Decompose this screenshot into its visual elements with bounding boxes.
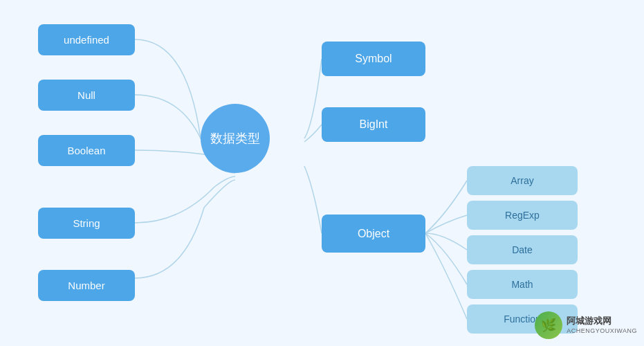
node-symbol: Symbol [322,42,425,76]
node-array: Array [467,166,578,195]
node-date: Date [467,235,578,264]
watermark: 🌿 阿城游戏网 ACHENGYOUXIWANG [535,311,637,339]
node-boolean: Boolean [38,135,135,166]
watermark-logo: 🌿 [535,311,562,339]
center-label: 数据类型 [210,130,260,147]
watermark-text: 阿城游戏网 ACHENGYOUXIWANG [567,316,637,336]
node-number: Number [38,270,135,301]
node-bigint: BigInt [322,107,425,142]
center-node: 数据类型 [201,104,270,173]
node-math: Math [467,270,578,299]
node-regexp: RegExp [467,201,578,230]
node-object: Object [322,215,425,253]
node-null: Null [38,80,135,111]
node-undefined: undefined [38,24,135,55]
node-string: String [38,208,135,239]
